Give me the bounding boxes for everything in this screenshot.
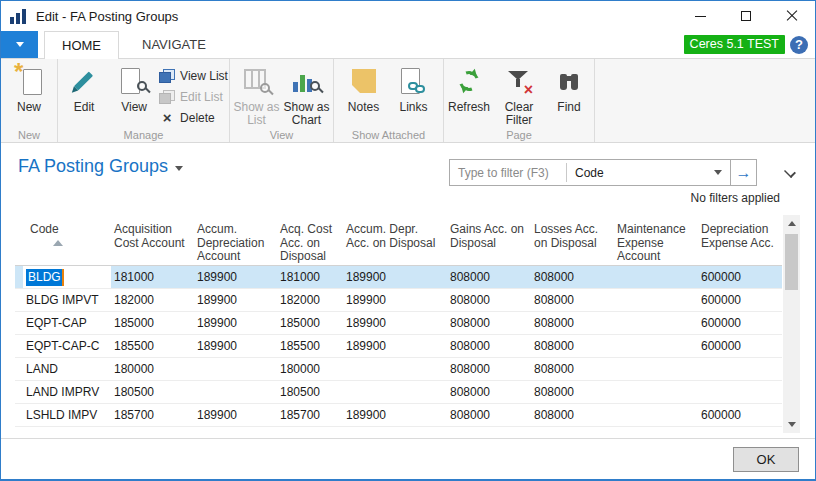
collapse-filter-chevron[interactable] bbox=[784, 165, 796, 177]
table-row[interactable]: LAND180000180000808000808000 bbox=[15, 358, 782, 381]
cell[interactable] bbox=[614, 289, 698, 311]
cell-code[interactable]: LAND IMPRV bbox=[23, 381, 111, 403]
cell[interactable] bbox=[614, 358, 698, 380]
cell[interactable]: 185700 bbox=[111, 404, 194, 426]
cell[interactable] bbox=[614, 266, 698, 288]
cell[interactable] bbox=[614, 381, 698, 403]
cell[interactable]: 185700 bbox=[277, 404, 343, 426]
cell-code[interactable]: BLDG IMPVT bbox=[23, 289, 111, 311]
cell[interactable]: 808000 bbox=[531, 335, 614, 357]
tab-home[interactable]: HOME bbox=[44, 31, 119, 59]
cell[interactable] bbox=[698, 358, 782, 380]
application-menu-button[interactable] bbox=[1, 31, 38, 58]
scroll-down-button[interactable] bbox=[783, 416, 800, 433]
find-button[interactable]: Find bbox=[544, 62, 594, 114]
cell[interactable]: 180000 bbox=[277, 358, 343, 380]
row-selector-gutter[interactable] bbox=[15, 404, 23, 426]
cell[interactable] bbox=[194, 381, 277, 403]
apply-filter-button[interactable]: → bbox=[730, 160, 756, 185]
tab-navigate[interactable]: NAVIGATE bbox=[125, 31, 223, 58]
table-row[interactable]: LAND IMPRV180500180500808000808000 bbox=[15, 381, 782, 404]
show-as-chart-button[interactable]: Show as Chart bbox=[282, 62, 332, 127]
maximize-button[interactable] bbox=[723, 1, 769, 31]
row-selector-gutter[interactable] bbox=[15, 289, 23, 311]
cell[interactable]: 181000 bbox=[277, 266, 343, 288]
cell[interactable] bbox=[698, 381, 782, 403]
cell[interactable]: 185000 bbox=[111, 312, 194, 334]
cell[interactable]: 180000 bbox=[111, 358, 194, 380]
view-button[interactable]: View bbox=[109, 62, 159, 114]
cell[interactable]: 600000 bbox=[698, 289, 782, 311]
cell[interactable]: 182000 bbox=[111, 289, 194, 311]
table-row[interactable]: BLDG181000189900181000189900808000808000… bbox=[15, 266, 782, 289]
column-header-depreciation-expense-acc[interactable]: Depreciation Expense Acc. bbox=[698, 215, 782, 265]
cell[interactable]: 180500 bbox=[277, 381, 343, 403]
cell[interactable]: 600000 bbox=[698, 312, 782, 334]
cell[interactable]: 808000 bbox=[531, 381, 614, 403]
notes-button[interactable]: Notes bbox=[339, 62, 389, 114]
cell[interactable]: 189900 bbox=[343, 266, 447, 288]
cell[interactable]: 189900 bbox=[194, 266, 277, 288]
clear-filter-button[interactable]: × Clear Filter bbox=[494, 62, 544, 127]
cell[interactable]: 808000 bbox=[531, 404, 614, 426]
delete-button[interactable]: × Delete bbox=[159, 108, 228, 128]
chevron-down-icon[interactable] bbox=[714, 170, 722, 175]
row-selector-gutter[interactable] bbox=[15, 312, 23, 334]
vertical-scrollbar[interactable] bbox=[783, 215, 800, 433]
new-button[interactable]: * New bbox=[4, 62, 54, 114]
column-header-gains-acc-on-disposal[interactable]: Gains Acc. on Disposal bbox=[447, 215, 531, 265]
refresh-button[interactable]: Refresh bbox=[444, 62, 494, 114]
cell[interactable]: 808000 bbox=[447, 358, 531, 380]
column-header-acq-cost-acc-on-disposal[interactable]: Acq. Cost Acc. on Disposal bbox=[277, 215, 343, 265]
cell[interactable]: 189900 bbox=[343, 404, 447, 426]
cell[interactable]: 189900 bbox=[194, 289, 277, 311]
table-row[interactable]: EQPT-CAP-C185500189900185500189900808000… bbox=[15, 335, 782, 358]
table-row[interactable]: LSHLD IMPV185700189900185700189900808000… bbox=[15, 404, 782, 427]
cell[interactable]: 180500 bbox=[111, 381, 194, 403]
cell-code[interactable]: BLDG bbox=[23, 266, 111, 288]
cell[interactable] bbox=[343, 358, 447, 380]
cell[interactable]: 185500 bbox=[111, 335, 194, 357]
cell[interactable]: 189900 bbox=[343, 335, 447, 357]
column-header-accum-depr-acc-on-disposal[interactable]: Accum. Depr. Acc. on Disposal bbox=[343, 215, 447, 265]
filter-input[interactable]: Type to filter (F3) bbox=[450, 166, 566, 180]
row-selector-gutter[interactable] bbox=[15, 381, 23, 403]
cell[interactable]: 185000 bbox=[277, 312, 343, 334]
cell[interactable] bbox=[614, 312, 698, 334]
column-header-accum-depreciation-account[interactable]: Accum. Depreciation Account bbox=[194, 215, 277, 265]
cell[interactable]: 808000 bbox=[447, 289, 531, 311]
column-header-acquisition-cost-account[interactable]: Acquisition Cost Account bbox=[111, 215, 194, 265]
cell[interactable] bbox=[614, 335, 698, 357]
cell[interactable]: 189900 bbox=[343, 289, 447, 311]
view-list-button[interactable]: View List bbox=[159, 66, 228, 86]
links-button[interactable]: Links bbox=[389, 62, 439, 114]
cell[interactable]: 600000 bbox=[698, 404, 782, 426]
cell[interactable]: 808000 bbox=[531, 358, 614, 380]
column-header-losses-acc-on-disposal[interactable]: Losses Acc. on Disposal bbox=[531, 215, 614, 265]
row-selector-gutter[interactable] bbox=[15, 335, 23, 357]
cell[interactable]: 185500 bbox=[277, 335, 343, 357]
cell-code[interactable]: LAND bbox=[23, 358, 111, 380]
cell[interactable]: 600000 bbox=[698, 266, 782, 288]
cell[interactable]: 808000 bbox=[447, 404, 531, 426]
cell[interactable]: 808000 bbox=[531, 266, 614, 288]
row-selector-gutter[interactable] bbox=[15, 358, 23, 380]
cell[interactable]: 181000 bbox=[111, 266, 194, 288]
edit-button[interactable]: Edit bbox=[59, 62, 109, 114]
cell[interactable] bbox=[614, 404, 698, 426]
filter-field-dropdown[interactable]: Code bbox=[567, 166, 714, 180]
scroll-up-button[interactable] bbox=[783, 215, 800, 232]
cell[interactable]: 808000 bbox=[447, 266, 531, 288]
column-header-code[interactable]: Code bbox=[23, 215, 111, 265]
cell[interactable]: 808000 bbox=[447, 312, 531, 334]
row-selector-gutter[interactable] bbox=[15, 266, 23, 288]
table-row[interactable]: EQPT-CAP18500018990018500018990080800080… bbox=[15, 312, 782, 335]
column-header-maintenance-expense-account[interactable]: Maintenance Expense Account bbox=[614, 215, 698, 265]
cell[interactable] bbox=[194, 358, 277, 380]
cell[interactable]: 808000 bbox=[531, 289, 614, 311]
cell[interactable]: 189900 bbox=[194, 312, 277, 334]
cell[interactable] bbox=[343, 381, 447, 403]
scrollbar-thumb[interactable] bbox=[785, 234, 798, 290]
cell[interactable]: 808000 bbox=[531, 312, 614, 334]
cell[interactable]: 189900 bbox=[194, 404, 277, 426]
